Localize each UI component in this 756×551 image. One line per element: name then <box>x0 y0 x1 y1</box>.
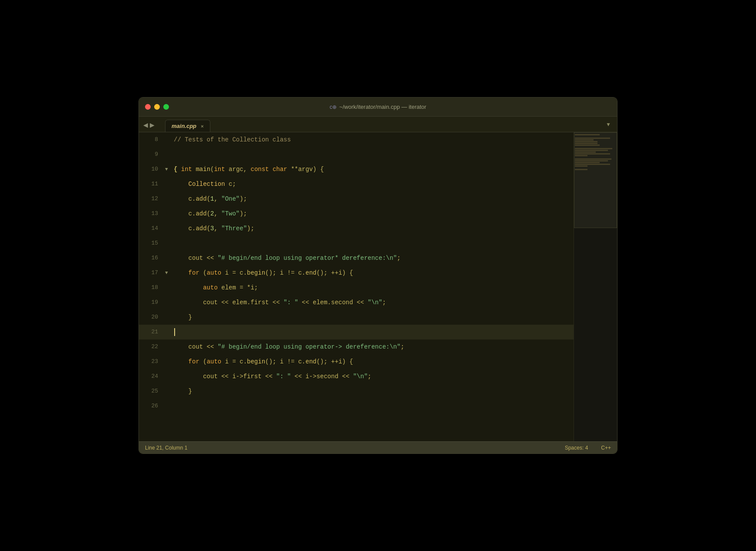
line-number: 11 <box>139 177 165 192</box>
editor-window: c⊕ ~/work/iterator/main.cpp — iterator ◀… <box>138 97 618 454</box>
traffic-lights <box>145 104 169 110</box>
line-content: c.add(2, "Two"); <box>172 206 574 221</box>
fold-indicator[interactable]: ▼ <box>165 162 172 177</box>
code-line-19: 19 cout << elem.first << ": " << elem.se… <box>139 295 574 310</box>
code-line-21: 21 <box>139 325 574 339</box>
nav-forward[interactable]: ▶ <box>150 121 155 128</box>
tab-dropdown-icon[interactable]: ▼ <box>606 121 611 128</box>
line-number: 10 <box>139 162 165 177</box>
code-line-25: 25 } <box>139 384 574 399</box>
editor-area: 8// Tests of the Collection class910▼{ i… <box>139 132 617 441</box>
line-content: c.add(1, "One"); <box>172 192 574 206</box>
nav-back[interactable]: ◀ <box>143 121 148 128</box>
status-bar: Line 21, Column 1 Spaces: 4 C++ <box>139 441 617 454</box>
line-number: 12 <box>139 192 165 206</box>
code-line-14: 14 c.add(3, "Three"); <box>139 221 574 236</box>
line-content: cout << elem.first << ": " << elem.secon… <box>172 295 574 310</box>
window-title: c⊕ ~/work/iterator/main.cpp — iterator <box>330 104 426 110</box>
line-number: 18 <box>139 280 165 295</box>
code-line-10: 10▼{ int main(int argc, const char **arg… <box>139 162 574 177</box>
line-number: 22 <box>139 339 165 354</box>
line-number: 25 <box>139 384 165 399</box>
fold-indicator[interactable]: ▼ <box>165 265 172 280</box>
code-line-23: 23 for (auto i = c.begin(); i != c.end()… <box>139 354 574 369</box>
text-cursor <box>174 328 175 336</box>
line-content: // Tests of the Collection class <box>172 132 574 147</box>
code-line-26: 26 <box>139 399 574 413</box>
line-number: 19 <box>139 295 165 310</box>
line-number: 20 <box>139 310 165 325</box>
spaces-indicator[interactable]: Spaces: 4 <box>565 445 588 451</box>
code-line-13: 13 c.add(2, "Two"); <box>139 206 574 221</box>
line-content: c.add(3, "Three"); <box>172 221 574 236</box>
line-number: 26 <box>139 399 165 413</box>
tab-filename: main.cpp <box>172 123 196 129</box>
line-number: 15 <box>139 236 165 251</box>
nav-arrows: ◀ ▶ <box>143 121 155 128</box>
code-line-20: 20 } <box>139 310 574 325</box>
line-content: cout << i->first << ": " << i->second <<… <box>172 369 574 384</box>
line-content: } <box>172 384 574 399</box>
line-number: 14 <box>139 221 165 236</box>
title-bar: c⊕ ~/work/iterator/main.cpp — iterator <box>139 97 617 117</box>
code-line-9: 9 <box>139 147 574 162</box>
tab-bar: ◀ ▶ main.cpp × ▼ <box>139 117 617 132</box>
status-right: Spaces: 4 C++ <box>565 445 611 451</box>
line-number: 24 <box>139 369 165 384</box>
code-line-11: 11 Collection c; <box>139 177 574 192</box>
code-line-8: 8// Tests of the Collection class <box>139 132 574 147</box>
line-content: cout << "# begin/end loop using operator… <box>172 339 574 354</box>
title-label: ~/work/iterator/main.cpp — iterator <box>339 104 426 110</box>
code-line-22: 22 cout << "# begin/end loop using opera… <box>139 339 574 354</box>
code-line-15: 15 <box>139 236 574 251</box>
cpp-icon: c⊕ <box>330 104 337 110</box>
line-number: 21 <box>139 325 165 339</box>
code-line-18: 18 auto elem = *i; <box>139 280 574 295</box>
language-indicator[interactable]: C++ <box>601 445 611 451</box>
line-content: { int main(int argc, const char **argv) … <box>172 162 574 177</box>
line-number: 17 <box>139 265 165 280</box>
code-line-16: 16 cout << "# begin/end loop using opera… <box>139 251 574 265</box>
code-line-12: 12 c.add(1, "One"); <box>139 192 574 206</box>
close-button[interactable] <box>145 104 151 110</box>
line-number: 23 <box>139 354 165 369</box>
line-content: Collection c; <box>172 177 574 192</box>
line-content: for (auto i = c.begin(); i != c.end(); +… <box>172 265 574 280</box>
line-content: auto elem = *i; <box>172 280 574 295</box>
minimap-viewport <box>574 132 617 228</box>
line-content: } <box>172 310 574 325</box>
minimize-button[interactable] <box>154 104 160 110</box>
line-number: 16 <box>139 251 165 265</box>
line-number: 13 <box>139 206 165 221</box>
line-content: for (auto i = c.begin(); i != c.end(); +… <box>172 354 574 369</box>
maximize-button[interactable] <box>163 104 169 110</box>
line-number: 8 <box>139 132 165 147</box>
tab-main-cpp[interactable]: main.cpp × <box>165 120 210 132</box>
line-content <box>172 325 574 339</box>
minimap <box>574 132 617 441</box>
code-line-24: 24 cout << i->first << ": " << i->second… <box>139 369 574 384</box>
code-line-17: 17▼ for (auto i = c.begin(); i != c.end(… <box>139 265 574 280</box>
cursor-position: Line 21, Column 1 <box>145 445 187 451</box>
line-number: 9 <box>139 147 165 162</box>
code-editor[interactable]: 8// Tests of the Collection class910▼{ i… <box>139 132 574 441</box>
line-content: cout << "# begin/end loop using operator… <box>172 251 574 265</box>
tab-close-button[interactable]: × <box>201 124 203 129</box>
